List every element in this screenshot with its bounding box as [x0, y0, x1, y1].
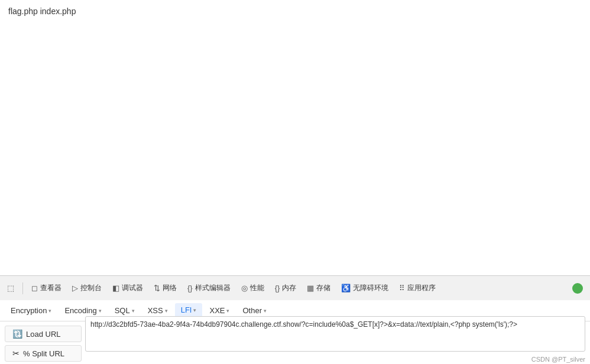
- other-chevron-icon: ▾: [264, 308, 267, 314]
- sql-chevron-icon: ▾: [132, 308, 135, 314]
- xss-chevron-icon: ▾: [165, 308, 168, 314]
- lfi-label: LFI: [181, 306, 192, 314]
- devtools-pointer-btn[interactable]: ⬚: [2, 281, 19, 295]
- debugger-label: 调试器: [122, 283, 143, 293]
- encoding-label: Encoding: [64, 306, 96, 315]
- devtools-apps-btn[interactable]: ⠿ 应用程序: [394, 281, 440, 295]
- memory-label: 内存: [282, 283, 296, 293]
- devtools-storage-btn[interactable]: ▦ 存储: [302, 281, 335, 295]
- debugger-icon: ◧: [112, 284, 119, 292]
- devtools-debugger-btn[interactable]: ◧ 调试器: [108, 281, 148, 295]
- encryption-chevron-icon: ▾: [48, 308, 51, 314]
- devtools-network-btn[interactable]: ⇅ 网络: [149, 281, 181, 295]
- load-url-icon: 🔃: [12, 329, 22, 339]
- network-icon: ⇅: [154, 284, 160, 292]
- load-url-label: Load URL: [26, 330, 61, 339]
- xxe-chevron-icon: ▾: [226, 308, 229, 314]
- accessibility-label: 无障碍环境: [353, 283, 388, 293]
- style-editor-icon: {}: [187, 284, 193, 292]
- other-label: Other: [242, 306, 262, 315]
- xxe-label: XXE: [209, 306, 225, 315]
- xss-label: XSS: [148, 306, 163, 315]
- sql-label: SQL: [115, 306, 130, 315]
- devtools-accessibility-btn[interactable]: ♿ 无障碍环境: [336, 281, 393, 295]
- encoding-chevron-icon: ▾: [99, 308, 102, 314]
- split-url-label: % Split URL: [23, 349, 64, 358]
- storage-icon: ▦: [307, 284, 314, 292]
- devtools-green-btn[interactable]: [568, 281, 588, 296]
- pointer-icon: ⬚: [7, 284, 14, 292]
- encryption-label: Encryption: [11, 306, 47, 315]
- load-url-button[interactable]: 🔃 Load URL: [5, 326, 82, 342]
- style-editor-label: 样式编辑器: [195, 283, 231, 293]
- accessibility-icon: ♿: [341, 284, 351, 292]
- watermark: CSDN @PT_silver: [531, 356, 585, 363]
- memory-icon: {}: [275, 284, 280, 292]
- performance-label: 性能: [250, 283, 264, 293]
- load-url-row: 🔃 Load URL http://d3c2bfd5-73ae-4ba2-9f4…: [5, 324, 585, 344]
- console-label: 控制台: [80, 283, 102, 293]
- network-label: 网络: [163, 283, 177, 293]
- watermark-text: CSDN @PT_silver: [531, 356, 585, 363]
- devtools-memory-btn[interactable]: {} 内存: [270, 281, 302, 295]
- inspector-icon: ◻: [31, 284, 38, 292]
- menu-item-xss[interactable]: XSS ▾: [142, 304, 174, 317]
- menu-item-xxe[interactable]: XXE ▾: [203, 304, 235, 317]
- menu-item-encoding[interactable]: Encoding ▾: [59, 304, 107, 317]
- menu-item-other[interactable]: Other ▾: [236, 304, 273, 317]
- inspector-label: 查看器: [40, 283, 61, 293]
- green-indicator-icon: [572, 283, 583, 294]
- menu-item-encryption[interactable]: Encryption ▾: [5, 304, 57, 317]
- split-url-row: ✂ % Split URL: [5, 345, 585, 362]
- split-url-icon: ✂: [12, 349, 20, 358]
- devtools-performance-btn[interactable]: ◎ 性能: [236, 281, 269, 295]
- devtools-style-editor-btn[interactable]: {} 样式编辑器: [183, 281, 235, 295]
- split-url-button[interactable]: ✂ % Split URL: [5, 345, 82, 362]
- apps-icon: ⠿: [399, 284, 405, 292]
- devtools-bar: ⬚ ◻ 查看器 ▷ 控制台 ◧ 调试器 ⇅ 网络 {} 样式编辑器 ◎ 性能 {…: [0, 275, 590, 300]
- storage-label: 存储: [316, 283, 330, 293]
- lfi-chevron-icon: ▾: [193, 307, 196, 313]
- console-icon: ▷: [72, 284, 78, 292]
- page-output-text: flag.php index.php: [8, 6, 582, 18]
- devtools-console-btn[interactable]: ▷ 控制台: [67, 281, 106, 295]
- main-content-area: flag.php index.php: [0, 0, 590, 275]
- apps-label: 应用程序: [407, 283, 436, 293]
- divider: [22, 282, 23, 294]
- menu-item-sql[interactable]: SQL ▾: [109, 304, 141, 317]
- devtools-inspector-btn[interactable]: ◻ 查看器: [27, 281, 66, 295]
- performance-icon: ◎: [241, 284, 248, 292]
- action-bar: 🔃 Load URL http://d3c2bfd5-73ae-4ba2-9f4…: [0, 321, 590, 364]
- bottom-toolbar-area: ⬚ ◻ 查看器 ▷ 控制台 ◧ 调试器 ⇅ 网络 {} 样式编辑器 ◎ 性能 {…: [0, 275, 590, 364]
